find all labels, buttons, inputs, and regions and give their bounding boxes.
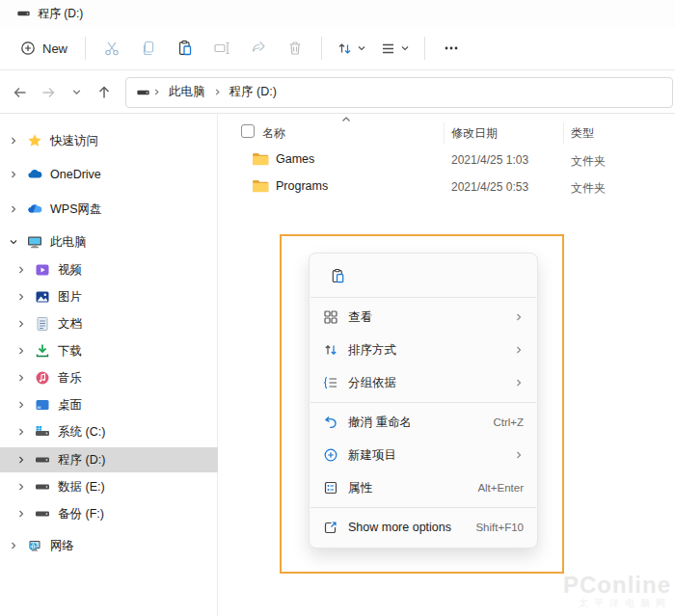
chevron-down-icon[interactable] [9, 237, 18, 247]
sidebar-item-label: 备份 (F:) [58, 506, 104, 522]
sidebar-item-desktop[interactable]: 桌面 [0, 392, 218, 417]
sidebar-item-drive-d[interactable]: 程序 (D:) [0, 447, 218, 472]
chevron-right-icon[interactable] [16, 265, 26, 275]
menu-item-undo-rename[interactable]: 撤消 重命名 Ctrl+Z [310, 406, 537, 439]
recent-locations-button[interactable] [64, 80, 89, 105]
column-header-name[interactable]: 名称 [262, 125, 285, 142]
downloads-icon [35, 343, 50, 359]
view-dropdown[interactable] [373, 33, 417, 64]
context-menu: 查看 排序方式 分组依据 撤消 重命名 Ctrl+Z 新建项目 属性 Alt+E… [309, 253, 538, 549]
sidebar-item-videos[interactable]: 视频 [0, 257, 218, 282]
sidebar-item-network[interactable]: 网络 [0, 533, 218, 558]
chevron-down-icon [357, 43, 366, 53]
more-options-button[interactable] [433, 33, 470, 64]
column-header-date[interactable]: 修改日期 [451, 125, 498, 142]
chevron-right-icon[interactable] [16, 346, 26, 356]
column-separator[interactable] [563, 122, 564, 144]
paste-button[interactable] [167, 33, 203, 64]
sidebar-item-drive-c[interactable]: 系统 (C:) [0, 419, 218, 444]
copy-button[interactable] [130, 33, 167, 64]
back-button[interactable] [8, 80, 33, 105]
chevron-right-icon[interactable] [16, 319, 26, 329]
sidebar-item-this-pc[interactable]: 此电脑 [0, 229, 218, 254]
sidebar-item-wps-cloud[interactable]: WPS网盘 [0, 197, 218, 222]
menu-item-label: 属性 [348, 480, 477, 496]
sort-dropdown[interactable] [330, 33, 373, 64]
breadcrumb-this-pc[interactable]: 此电脑 [163, 82, 211, 102]
chevron-right-icon[interactable] [16, 455, 26, 465]
chevron-right-icon[interactable] [16, 292, 26, 302]
chevron-right-icon[interactable] [16, 400, 26, 410]
properties-icon [323, 480, 338, 495]
column-separator[interactable] [444, 122, 445, 144]
address-bar[interactable]: 此电脑 程序 (D:) [125, 77, 673, 108]
sidebar-item-music[interactable]: 音乐 [0, 365, 218, 390]
chevron-right-icon[interactable] [9, 204, 18, 214]
sidebar-item-pictures[interactable]: 图片 [0, 284, 218, 309]
rename-button[interactable] [203, 33, 240, 64]
file-row-programs[interactable]: Programs 2021/4/25 0:53 文件夹 [231, 175, 675, 199]
sidebar-item-documents[interactable]: 文档 [0, 311, 218, 336]
up-button[interactable] [92, 80, 117, 105]
delete-button[interactable] [277, 33, 313, 64]
chevron-right-icon[interactable] [16, 373, 26, 383]
column-header-type[interactable]: 类型 [571, 125, 594, 142]
menu-separator [310, 402, 536, 403]
select-all-checkbox[interactable] [241, 124, 255, 138]
sidebar-item-quick-access[interactable]: 快速访问 [0, 128, 218, 153]
breadcrumb-current[interactable]: 程序 (D:) [224, 82, 283, 102]
view-grid-icon [323, 309, 338, 325]
more-icon [443, 40, 460, 57]
wps-cloud-icon [27, 201, 42, 217]
sidebar-item-label: 视频 [58, 262, 82, 279]
paste-button[interactable] [322, 261, 353, 290]
file-row-games[interactable]: Games 2021/4/25 1:03 文件夹 [231, 148, 675, 172]
cut-button[interactable] [94, 33, 130, 64]
title-bar: 程序 (D:) [0, 0, 675, 27]
network-icon [27, 538, 42, 553]
file-type: 文件夹 [571, 180, 606, 197]
sidebar-item-drive-e[interactable]: 数据 (E:) [0, 474, 218, 499]
chevron-right-icon[interactable] [9, 136, 18, 146]
sidebar-item-label: 快速访问 [50, 133, 98, 149]
address-bar-row: 此电脑 程序 (D:) [0, 71, 675, 114]
show-more-icon [323, 520, 338, 535]
menu-item-new-item[interactable]: 新建项目 [310, 439, 537, 471]
sidebar-item-label: WPS网盘 [50, 201, 101, 218]
chevron-right-icon[interactable] [9, 541, 18, 550]
arrow-up-icon [96, 85, 112, 100]
sidebar-item-label: 此电脑 [50, 234, 87, 251]
chevron-right-icon[interactable] [16, 482, 26, 492]
menu-item-show-more-options[interactable]: Show more options Shift+F10 [310, 511, 537, 544]
new-button[interactable]: New [11, 33, 77, 64]
sidebar-item-onedrive[interactable]: OneDrive [0, 162, 218, 187]
sidebar-item-drive-f[interactable]: 备份 (F:) [0, 501, 218, 526]
toolbar-separator [321, 37, 322, 60]
column-header-row: 名称 修改日期 类型 [218, 121, 675, 145]
context-menu-quick-actions [310, 257, 537, 294]
sidebar-item-label: 网络 [50, 538, 74, 554]
chevron-down-icon [400, 43, 410, 53]
sidebar-item-label: 桌面 [58, 397, 82, 414]
plus-circle-icon [20, 40, 36, 56]
submenu-chevron-icon [514, 378, 524, 388]
window-title: 程序 (D:) [38, 6, 83, 22]
sidebar-item-label: 图片 [58, 289, 82, 306]
menu-item-view[interactable]: 查看 [310, 301, 537, 334]
share-button[interactable] [240, 33, 277, 64]
menu-item-sort-by[interactable]: 排序方式 [310, 334, 537, 366]
sidebar-item-label: 数据 (E:) [58, 479, 105, 495]
sidebar-item-downloads[interactable]: 下载 [0, 338, 218, 363]
menu-item-group-by[interactable]: 分组依据 [310, 366, 537, 399]
chevron-right-icon[interactable] [16, 509, 26, 519]
sidebar-item-label: 系统 (C:) [58, 424, 105, 441]
forward-button[interactable] [36, 80, 61, 105]
share-icon [250, 40, 267, 57]
chevron-right-icon[interactable] [9, 170, 18, 179]
file-name: Programs [276, 179, 328, 193]
drive-icon [16, 7, 31, 20]
menu-item-properties[interactable]: 属性 Alt+Enter [310, 471, 537, 504]
file-date: 2021/4/25 0:53 [451, 180, 528, 194]
chevron-right-icon[interactable] [16, 427, 26, 437]
desktop-icon [35, 397, 50, 413]
